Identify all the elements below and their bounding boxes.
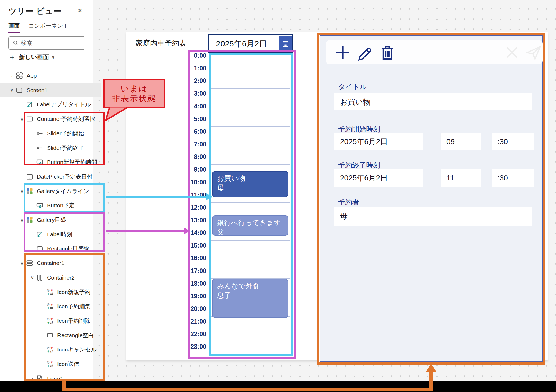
hour-label: 20:00 bbox=[190, 305, 206, 313]
search-placeholder: 検索 bbox=[21, 39, 32, 47]
tree-item-Icon新規予約[interactable]: ⊘♥＋⇄Icon新規予約 bbox=[0, 285, 132, 299]
annotation-arrowhead-magenta bbox=[184, 227, 190, 234]
chevron-down-icon[interactable]: ∨ bbox=[19, 116, 26, 122]
start-minute-field[interactable]: :30 bbox=[492, 133, 534, 150]
cancel-booking-icon[interactable] bbox=[503, 43, 521, 61]
timeline-event-銀行へ行ってきます[interactable]: 銀行へ行ってきます父 bbox=[212, 215, 288, 235]
tab-components[interactable]: コンポーネント bbox=[28, 22, 69, 32]
hour-label: 23:00 bbox=[190, 343, 206, 351]
tree-item-Container2[interactable]: ∨Container2 bbox=[0, 270, 121, 285]
tree-item-Button新規予約時間[interactable]: Button新規予約時間 bbox=[0, 155, 121, 169]
delete-booking-icon[interactable] bbox=[378, 43, 396, 61]
edit-booking-icon[interactable] bbox=[355, 43, 373, 61]
tree-item-Label時刻[interactable]: Label時刻 bbox=[0, 227, 121, 242]
start-minute-value: :30 bbox=[497, 137, 508, 146]
hour-label: 14:00 bbox=[190, 229, 206, 237]
start-date-field[interactable]: 2025年6月2日 bbox=[334, 133, 423, 150]
event-title: 銀行へ行ってきます bbox=[217, 218, 283, 227]
tree-item-Icon予約削除[interactable]: ⊘♥＋⇄Icon予約削除 bbox=[0, 314, 132, 328]
hour-label: 7:00 bbox=[194, 140, 206, 148]
tree-item-Icon予約編集[interactable]: ⊘♥＋⇄Icon予約編集 bbox=[0, 299, 132, 314]
chevron-down-icon[interactable]: ∨ bbox=[19, 188, 26, 194]
title-field[interactable]: お買い物 bbox=[334, 93, 532, 110]
tree-item-Slider予約終了[interactable]: Slider予約終了 bbox=[0, 141, 121, 155]
annotation-arrow-magenta bbox=[106, 230, 184, 232]
annotation-arrow-cyan bbox=[106, 196, 207, 198]
tree-view-panel: ツリー ビュー × 画面 コンポーネント 検索 ＋ 新しい画面 ∨ ›App∨S… bbox=[0, 0, 93, 392]
date-picker[interactable]: 2025年6月2日 bbox=[208, 34, 293, 53]
tree-item-label: Label時刻 bbox=[47, 231, 72, 238]
datepicker-icon bbox=[26, 173, 34, 181]
tree-item-Slider予約開始[interactable]: Slider予約開始 bbox=[0, 126, 121, 141]
tree-item-label: Container1 bbox=[37, 260, 64, 266]
hour-label: 0:00 bbox=[194, 52, 206, 60]
tree-view-title: ツリー ビュー bbox=[8, 6, 62, 17]
search-input[interactable]: 検索 bbox=[8, 36, 85, 50]
hour-label: 2:00 bbox=[194, 77, 206, 85]
chevron-right-icon[interactable]: › bbox=[29, 376, 36, 381]
hour-label: 19:00 bbox=[190, 292, 206, 300]
tree-item-Galleryタイムライン[interactable]: ∨Galleryタイムライン bbox=[0, 184, 111, 198]
multi-icon-icon: ⊘♥＋⇄ bbox=[46, 317, 54, 325]
tree-item-label: Form1 bbox=[47, 375, 63, 382]
tree-item-Icon送信[interactable]: ⊘♥＋⇄Icon送信 bbox=[0, 357, 132, 371]
app-icon bbox=[15, 72, 23, 80]
hour-label: 8:00 bbox=[194, 153, 206, 161]
end-time-label: 予約終了時刻 bbox=[338, 161, 380, 170]
tree-item-App[interactable]: ›App bbox=[0, 68, 101, 83]
tree-item-DatePicker予定表日付[interactable]: DatePicker予定表日付 bbox=[0, 169, 111, 184]
tree-item-Container予約時刻選択[interactable]: ∨Container予約時刻選択 bbox=[0, 112, 111, 126]
end-date-field[interactable]: 2025年6月2日 bbox=[334, 169, 423, 187]
chevron-down-icon[interactable]: ∨ bbox=[19, 260, 26, 266]
chevron-right-icon[interactable]: › bbox=[8, 73, 15, 78]
hour-label: 18:00 bbox=[190, 280, 206, 288]
tree-item-label: Slider予約開始 bbox=[47, 130, 84, 137]
hour-label: 4:00 bbox=[194, 102, 206, 110]
end-minute-value: :30 bbox=[497, 174, 508, 182]
close-icon[interactable]: × bbox=[78, 6, 82, 15]
hour-label: 3:00 bbox=[194, 89, 206, 97]
end-hour-field[interactable]: 11 bbox=[441, 169, 481, 187]
chevron-down-icon[interactable]: ∨ bbox=[8, 87, 15, 93]
tree-item-Rectangle空白[interactable]: Rectangle空白 bbox=[0, 328, 132, 343]
timeline-event-みんなで外食[interactable]: みんなで外食息子 bbox=[212, 279, 288, 318]
label-icon bbox=[26, 100, 34, 108]
search-icon bbox=[12, 40, 19, 46]
tree-item-label: Icon予約編集 bbox=[57, 303, 91, 310]
tree-item-Rectangle目盛線[interactable]: Rectangle目盛線 bbox=[0, 241, 121, 256]
tree-item-Gallery目盛[interactable]: ∨Gallery目盛 bbox=[0, 213, 111, 227]
end-minute-field[interactable]: :30 bbox=[492, 169, 534, 187]
gallery-icon bbox=[26, 187, 34, 195]
calendar-icon[interactable] bbox=[279, 36, 292, 52]
person-field[interactable]: 母 bbox=[334, 207, 532, 226]
tree-item-label: Iconキャンセル bbox=[57, 346, 97, 353]
container-icon bbox=[26, 115, 34, 123]
tree-item-Labelアプリタイトル[interactable]: Labelアプリタイトル bbox=[0, 97, 111, 112]
send-booking-icon[interactable] bbox=[525, 43, 542, 61]
add-booking-icon[interactable] bbox=[334, 43, 352, 61]
title-field-value: お買い物 bbox=[340, 97, 370, 107]
start-hour-field[interactable]: 09 bbox=[441, 133, 481, 150]
screen-icon bbox=[15, 86, 23, 94]
tree-item-Iconキャンセル[interactable]: ⊘♥＋⇄Iconキャンセル bbox=[0, 342, 132, 357]
tree-item-Button予定[interactable]: Button予定 bbox=[0, 198, 121, 213]
tree-item-label: Rectangle空白 bbox=[57, 332, 94, 339]
chevron-down-icon[interactable]: ∨ bbox=[29, 275, 36, 280]
hour-label: 6:00 bbox=[194, 128, 206, 136]
rect-icon bbox=[46, 331, 54, 339]
annotation-connector-orange-bottom bbox=[62, 388, 433, 391]
new-screen-button[interactable]: ＋ 新しい画面 ∨ bbox=[8, 53, 55, 62]
end-hour-value: 11 bbox=[446, 174, 454, 182]
timeline-event-お買い物[interactable]: お買い物母 bbox=[212, 171, 288, 197]
chevron-down-icon[interactable]: ∨ bbox=[19, 217, 26, 223]
timeline-grid: お買い物母銀行へ行ってきます父みんなで外食息子 bbox=[211, 53, 290, 355]
hour-label: 1:00 bbox=[194, 64, 206, 72]
tab-screens[interactable]: 画面 bbox=[8, 22, 20, 33]
hour-label: 12:00 bbox=[190, 204, 206, 212]
tree-item-Container1[interactable]: ∨Container1 bbox=[0, 256, 111, 270]
tree-item-label: Labelアプリタイトル bbox=[37, 101, 91, 108]
multi-icon-icon: ⊘♥＋⇄ bbox=[46, 302, 54, 310]
chevron-down-icon: ∨ bbox=[52, 55, 55, 60]
tree-item-Screen1[interactable]: ∨Screen1 bbox=[0, 83, 101, 97]
slider-icon bbox=[36, 129, 44, 137]
